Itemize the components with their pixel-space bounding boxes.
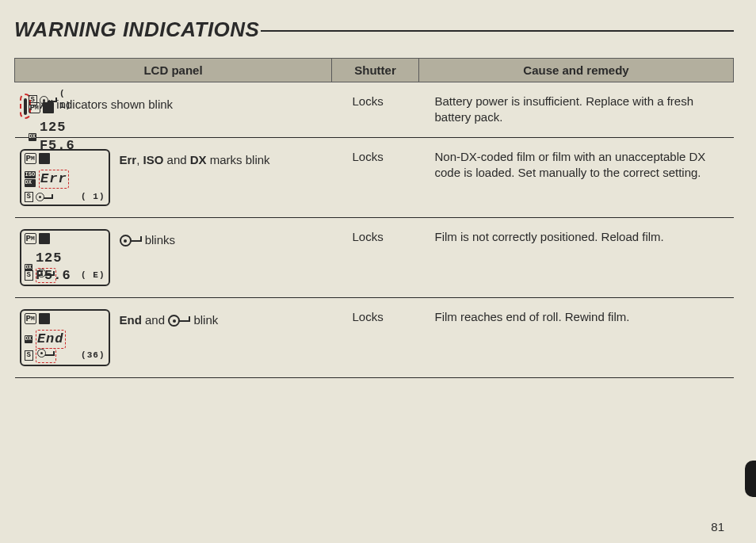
title-rule [261,30,734,32]
remedy-cell: Non-DX-coded film or film with an unacce… [419,137,734,217]
warning-table: LCD panel Shutter Cause and remedy PM [14,58,734,378]
meter-icon [39,233,50,244]
cartridge-blink-highlight [36,268,56,282]
shutter-cell: Locks [332,82,419,138]
frame-counter: (36) [81,350,105,361]
lcd-panel-icon: PM DX 125 F5.6 S ( 1) [24,98,27,115]
end-blink-highlight: End [36,330,66,350]
s-indicator: S [29,95,37,105]
frame-counter: ( 1) [59,88,71,112]
err-blink-highlight: Err [39,170,69,189]
dx-indicator: DX [29,133,36,140]
table-row: PM DX 125 F5.6 S ( 1) [15,82,734,138]
title-text: WARNING INDICATIONS [14,17,259,42]
cartridge-icon [120,235,142,247]
mode-indicator: PM [25,233,36,244]
dx-indicator: DX [25,335,32,342]
lcd-description: End and blink [120,309,324,328]
header-lcd: LCD panel [15,59,332,82]
page-title: WARNING INDICATIONS [14,17,734,42]
cartridge-blink-highlight [36,348,56,362]
frame-counter: ( E) [81,270,105,281]
shutter-cell: Locks [332,217,419,297]
iso-indicator: ISO [25,171,36,178]
remedy-cell: Film reaches end of roll. Rewind film. [419,297,734,377]
cartridge-icon [40,96,57,105]
header-remedy: Cause and remedy [419,59,734,82]
lcd-panel-icon: PM DX 125 F5.6 S ( E) [20,229,110,286]
table-row: PM DX End S (36) [15,297,734,377]
table-row: PM DX 125 F5.6 S ( E) [15,217,734,297]
table-row: PM ISO DX Err S [15,137,734,217]
s-indicator: S [25,350,33,361]
header-shutter: Shutter [332,59,419,82]
shutter-cell: Locks [332,137,419,217]
lcd-blink-outline: PM DX 125 F5.6 S ( 1) [20,94,31,119]
shutter-cell: Locks [332,297,419,377]
cartridge-icon [168,315,190,327]
lcd-panel-icon: PM ISO DX Err S [20,149,110,206]
page-edge-tab [745,461,756,497]
lcd-panel-icon: PM DX End S (36) [20,309,110,366]
lcd-description: Err, ISO and DX marks blink [120,149,324,168]
meter-icon [39,153,50,164]
remedy-cell: Battery power is insufficient. Replace w… [419,82,734,138]
meter-icon [39,313,50,324]
cartridge-icon [37,269,55,277]
page-number: 81 [711,520,724,533]
dx-indicator: DX [25,179,36,186]
lcd-readout: End [37,331,64,346]
mode-indicator: PM [25,153,36,164]
lcd-description: All indicators shown blink [40,94,324,113]
lcd-readout: Err [40,171,67,186]
frame-counter: ( 1) [81,191,105,203]
remedy-cell: Film is not correctly positioned. Reload… [419,217,734,297]
mode-indicator: PM [25,313,36,324]
s-indicator: S [25,192,33,202]
cartridge-icon [36,193,53,201]
lcd-description: blinks [120,229,324,248]
s-indicator: S [25,270,33,281]
cartridge-icon [37,349,55,358]
